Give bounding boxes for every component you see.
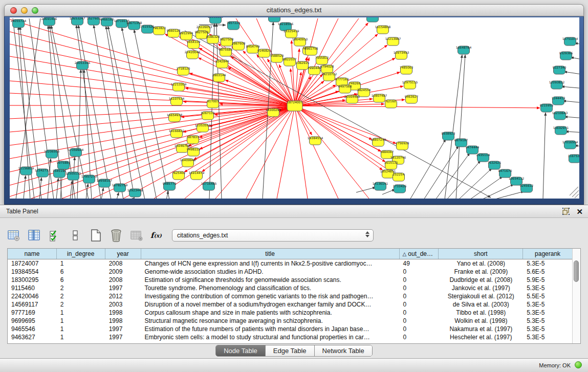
selected-network-node[interactable]: 10973493 xyxy=(394,51,409,59)
memory-status-icon[interactable] xyxy=(575,361,582,368)
hub-node[interactable]: 18724007 xyxy=(287,100,303,111)
selected-network-node[interactable]: 587833 xyxy=(187,135,199,144)
network-node[interactable]: 10653247 xyxy=(70,17,85,25)
table-cell[interactable]: 2008 xyxy=(105,259,141,268)
resize-grip-icon[interactable] xyxy=(570,187,578,195)
network-node[interactable]: 16648784 xyxy=(456,46,472,54)
table-cell[interactable]: 9463627 xyxy=(8,333,57,341)
table-cell[interactable]: 2 xyxy=(57,284,105,292)
zoom-window-button[interactable] xyxy=(32,7,38,14)
selected-network-node[interactable]: 7963822 xyxy=(153,26,166,35)
network-node[interactable]: 9245612 xyxy=(520,184,534,192)
network-node[interactable]: 20206506 xyxy=(44,149,60,158)
resize-grip-icon[interactable] xyxy=(572,190,579,197)
table-scrollbar[interactable] xyxy=(572,249,580,343)
network-node[interactable]: 1527602 xyxy=(87,17,101,25)
table-cell[interactable]: Tourette syndrome. Phenomenology and cla… xyxy=(141,284,400,292)
network-node[interactable]: 17359924 xyxy=(68,148,84,157)
table-cell[interactable]: 0 xyxy=(400,284,439,292)
selected-network-node[interactable]: 9463627 xyxy=(405,95,419,103)
table-cell[interactable]: 2012 xyxy=(105,292,141,300)
tab-edge-table[interactable]: Edge Table xyxy=(266,345,315,356)
tab-network-table[interactable]: Network Table xyxy=(315,345,372,356)
table-cell[interactable]: 5.6E-5 xyxy=(523,268,573,276)
network-window-titlebar[interactable]: citations_edges.txt xyxy=(4,4,584,16)
selected-network-node[interactable]: 16154808 xyxy=(375,25,391,34)
table-cell[interactable]: 49 xyxy=(400,259,439,268)
selected-network-node[interactable]: 12213987 xyxy=(385,37,401,46)
selected-network-node[interactable]: 1615132 xyxy=(384,161,398,169)
network-node[interactable]: 6466160 xyxy=(100,17,114,26)
table-cell[interactable]: Corpus callosum shape and size in male p… xyxy=(141,309,400,317)
selected-network-node[interactable]: 12353593 xyxy=(195,123,211,132)
table-row[interactable]: 977716911998Corpus callosum shape and si… xyxy=(8,309,573,317)
table-cell[interactable]: Franke et al. (2009) xyxy=(439,268,523,276)
resize-grip-icon[interactable] xyxy=(575,194,579,198)
minimize-window-button[interactable] xyxy=(21,7,28,14)
network-node[interactable]: 7632621 xyxy=(488,161,502,169)
network-node[interactable]: 8938923 xyxy=(442,132,455,140)
select-all-icon[interactable] xyxy=(48,229,61,242)
table-cell[interactable]: 0 xyxy=(400,333,439,341)
table-row[interactable]: 946362711997Embryonic stem cells: a mode… xyxy=(8,333,573,341)
network-node[interactable]: 9485779 xyxy=(163,182,177,190)
table-cell[interactable]: Embryonic stem cells: a model to study s… xyxy=(141,333,400,341)
table-cell[interactable]: 2003 xyxy=(105,300,141,309)
table-cell[interactable]: 18724007 xyxy=(8,259,57,268)
selected-network-node[interactable]: 12975115 xyxy=(402,80,418,89)
table-cell[interactable]: Genome-wide association studies in ADHD. xyxy=(141,268,400,276)
table-cell[interactable]: 1 xyxy=(57,309,105,317)
selected-network-node[interactable]: 7485063 xyxy=(400,65,413,74)
selected-network-node[interactable]: 20564486 xyxy=(344,95,360,103)
selected-network-node[interactable]: 13325419 xyxy=(284,29,299,38)
table-cell[interactable]: 0 xyxy=(400,325,439,333)
selected-network-node[interactable]: 18807249 xyxy=(371,138,386,146)
network-node[interactable]: 8215955 xyxy=(540,103,554,112)
selected-network-node[interactable]: 8186328 xyxy=(206,35,220,43)
column-header-title[interactable]: title xyxy=(141,249,400,259)
selected-network-node[interactable]: 9660128 xyxy=(167,29,181,37)
selected-network-node[interactable]: 8912994 xyxy=(180,31,193,40)
selected-network-node[interactable]: 16107534 xyxy=(169,97,185,105)
table-selector-dropdown[interactable]: citations_edges.txt xyxy=(172,229,374,242)
table-cell[interactable]: 2 xyxy=(57,300,105,309)
table-cell[interactable]: 5.5E-5 xyxy=(523,292,573,300)
table-cell[interactable]: 22420046 xyxy=(8,292,57,300)
table-row[interactable]: 2242004622012Investigating the contribut… xyxy=(8,292,573,300)
network-node[interactable]: 16033809 xyxy=(208,17,224,24)
delete-table-icon[interactable] xyxy=(110,229,123,242)
table-cell[interactable]: 5.3E-5 xyxy=(523,325,573,333)
table-cell[interactable]: Dudbridge et al. (2008) xyxy=(439,276,523,284)
table-cell[interactable]: 0 xyxy=(400,276,439,284)
table-cell[interactable]: Structural magnetic resonance image aver… xyxy=(141,317,400,325)
table-row[interactable]: 969969511998Structural magnetic resonanc… xyxy=(8,317,573,325)
network-node[interactable]: 15716485 xyxy=(201,182,217,190)
selected-network-node[interactable]: 9875685 xyxy=(219,48,233,56)
network-node[interactable]: 7857224 xyxy=(227,21,241,30)
selected-network-node[interactable]: 2803144 xyxy=(212,73,226,82)
table-cell[interactable]: Hescheler et al. (1997) xyxy=(439,333,523,341)
column-header-in-degree[interactable]: in_degree xyxy=(57,249,105,259)
network-node[interactable]: 9227340 xyxy=(553,65,567,74)
selected-network-node[interactable]: 6961758 xyxy=(304,47,318,55)
table-cell[interactable]: 1998 xyxy=(105,317,141,325)
network-node[interactable]: 12923448 xyxy=(127,188,143,197)
table-cell[interactable]: 1 xyxy=(57,317,105,325)
column-header-pagerank[interactable]: pagerank xyxy=(523,249,573,259)
selected-network-node[interactable]: 917003 xyxy=(207,99,219,108)
selected-network-node[interactable]: 2867608 xyxy=(232,41,246,50)
selected-network-node[interactable]: 7955812 xyxy=(315,56,329,64)
network-node[interactable]: 12093822 xyxy=(549,80,565,89)
network-canvas[interactable]: 2405572420691406106532471527602646616010… xyxy=(10,17,579,199)
table-cell[interactable]: Estimation of significance thresholds fo… xyxy=(141,276,400,284)
selected-network-node[interactable]: 62160 xyxy=(385,99,397,108)
table-cell[interactable]: 5.3E-5 xyxy=(523,309,573,317)
table-cell[interactable]: 9115460 xyxy=(8,284,57,292)
selected-network-node[interactable]: 1654339 xyxy=(187,40,201,49)
selected-network-node[interactable]: 8822037 xyxy=(283,57,297,66)
selected-network-node[interactable]: 12213309 xyxy=(171,82,187,91)
tab-node-table[interactable]: Node Table xyxy=(216,345,266,356)
network-node[interactable]: 15751074 xyxy=(562,37,578,46)
column-header-out-de-[interactable]: △out_de… xyxy=(400,249,439,259)
table-cell[interactable]: 0 xyxy=(400,268,439,276)
